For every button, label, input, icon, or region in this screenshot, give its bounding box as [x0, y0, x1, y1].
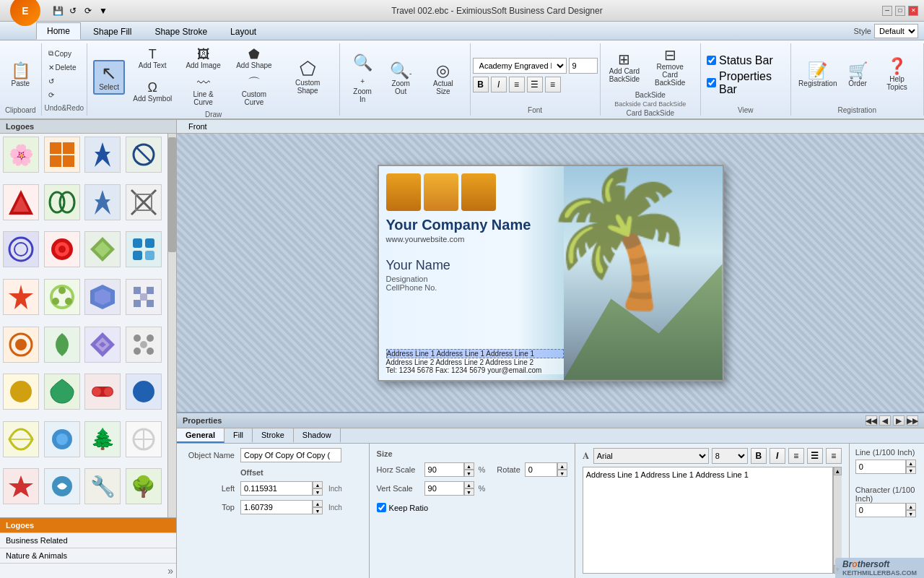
list-item[interactable] — [3, 468, 39, 504]
list-item[interactable] — [126, 279, 162, 315]
font-name-dropdown[interactable]: Academy Engraved Le — [473, 58, 567, 74]
prop-align-left-btn[interactable]: ≡ — [788, 448, 804, 464]
prop-tab-fill[interactable]: Fill — [225, 428, 253, 443]
list-item[interactable] — [44, 421, 80, 457]
list-item[interactable] — [44, 184, 80, 220]
registration-button[interactable]: 📝 Registration — [797, 60, 840, 90]
list-item[interactable] — [126, 327, 162, 363]
line-up-btn[interactable]: ▲ — [906, 460, 916, 467]
order-button[interactable]: 🛒 Order — [843, 60, 872, 90]
properties-bar-check[interactable]: Properties Bar — [707, 70, 784, 96]
rotate-up-btn[interactable]: ▲ — [557, 462, 567, 470]
prop-font-size-dropdown[interactable]: 8 — [712, 448, 748, 464]
tab-home[interactable]: Home — [36, 22, 81, 40]
list-item[interactable] — [84, 279, 121, 315]
list-item[interactable] — [126, 184, 162, 220]
list-item[interactable] — [126, 137, 162, 173]
list-item[interactable] — [44, 279, 80, 315]
char-spacing-input[interactable] — [855, 503, 906, 517]
list-item[interactable] — [84, 231, 121, 267]
left-up-btn[interactable]: ▲ — [313, 481, 323, 488]
prop-nav-first[interactable]: ◀◀ — [866, 415, 877, 426]
char-up-btn[interactable]: ▲ — [906, 503, 916, 510]
prop-text-area[interactable] — [583, 467, 833, 574]
list-item[interactable]: 🌲 — [84, 421, 121, 457]
prop-nav-prev[interactable]: ◀ — [879, 415, 891, 426]
prop-nav-last[interactable]: ▶▶ — [907, 415, 918, 426]
list-item[interactable] — [84, 137, 121, 173]
prop-bold-btn[interactable]: B — [751, 448, 767, 464]
add-symbol-button[interactable]: Ω Add Symbol — [128, 74, 177, 109]
list-item[interactable] — [44, 468, 80, 504]
list-item[interactable]: 🌳 — [126, 468, 162, 504]
card-website[interactable]: www.yourwebsite.com — [386, 235, 564, 243]
rotate-input[interactable] — [525, 462, 557, 477]
list-item[interactable] — [3, 327, 39, 363]
card-address-line2[interactable]: Address Line 2 Address Line 2 Address Li… — [386, 358, 564, 366]
zoom-in-button[interactable]: 🔍+ Zoom In — [346, 52, 379, 106]
align-center-button[interactable]: ☰ — [527, 77, 543, 92]
dropdown-qa-btn[interactable]: ▼ — [97, 4, 110, 17]
list-item[interactable] — [44, 374, 80, 410]
list-item[interactable] — [44, 327, 80, 363]
rotate-down-btn[interactable]: ▼ — [557, 470, 567, 477]
horz-down-btn[interactable]: ▼ — [464, 470, 474, 477]
add-text-button[interactable]: T Add Text — [128, 45, 177, 72]
align-left-button[interactable]: ≡ — [509, 77, 525, 92]
font-italic-button[interactable]: I — [491, 77, 507, 92]
char-down-btn[interactable]: ▼ — [906, 510, 916, 517]
top-up-btn[interactable]: ▲ — [313, 500, 323, 507]
list-item[interactable] — [126, 421, 162, 457]
custom-shape-button[interactable]: ⬠ Custom Shape — [282, 56, 334, 98]
canvas-wrapper[interactable]: 🌴 Your Company Name www.yourwebsite.com … — [177, 134, 924, 412]
add-image-button[interactable]: 🖼 Add Image — [178, 45, 227, 72]
list-item[interactable] — [44, 137, 80, 173]
scroll-up-btn[interactable]: ▲ — [834, 467, 842, 475]
offset-top-input[interactable] — [240, 500, 313, 514]
horz-scale-input[interactable] — [424, 462, 464, 477]
business-card[interactable]: 🌴 Your Company Name www.yourwebsite.com … — [378, 165, 724, 381]
vert-down-btn[interactable]: ▼ — [464, 488, 474, 496]
maximize-button[interactable]: □ — [895, 6, 905, 16]
font-bold-button[interactable]: B — [473, 77, 489, 92]
prop-nav-next[interactable]: ▶ — [893, 415, 905, 426]
category-business[interactable]: Business Related — [0, 533, 176, 548]
prop-tab-shadow[interactable]: Shadow — [294, 428, 341, 443]
tab-shape-stroke[interactable]: Shape Stroke — [144, 23, 218, 40]
card-contact[interactable]: Tel: 1234 5678 Fax: 1234 5679 your@email… — [386, 366, 564, 374]
prop-align-center-btn[interactable]: ☰ — [807, 448, 823, 464]
status-bar-check[interactable]: Status Bar — [707, 54, 773, 67]
list-item[interactable] — [3, 374, 39, 410]
left-down-btn[interactable]: ▼ — [313, 488, 323, 496]
select-button[interactable]: ↖ Select — [93, 60, 125, 95]
keep-ratio-checkbox[interactable] — [377, 503, 386, 512]
line-spacing-input[interactable] — [855, 460, 906, 474]
horz-up-btn[interactable]: ▲ — [464, 462, 474, 470]
prop-font-dropdown[interactable]: Arial — [593, 448, 709, 464]
object-name-input[interactable] — [240, 448, 341, 462]
prop-tab-stroke[interactable]: Stroke — [253, 428, 294, 443]
keep-ratio-check[interactable]: Keep Ratio — [377, 503, 567, 512]
card-designation[interactable]: Designation — [386, 275, 564, 283]
redo-qa-btn[interactable]: ⟳ — [82, 4, 95, 17]
list-item[interactable] — [126, 231, 162, 267]
offset-left-input[interactable] — [240, 481, 313, 496]
list-item[interactable] — [84, 184, 121, 220]
logo-scrollbar[interactable] — [167, 134, 176, 517]
category-nature[interactable]: Nature & Animals — [0, 548, 176, 564]
properties-bar-checkbox[interactable] — [707, 78, 716, 87]
list-item[interactable] — [84, 374, 121, 410]
style-dropdown[interactable]: Default — [874, 24, 918, 38]
line-curve-button[interactable]: 〰 Line & Curve — [178, 74, 227, 109]
align-right-button[interactable]: ≡ — [545, 77, 561, 92]
custom-curve-button[interactable]: ⌒ Custom Curve — [230, 74, 279, 109]
add-shape-button[interactable]: ⬟ Add Shape — [230, 45, 279, 72]
list-item[interactable] — [3, 184, 39, 220]
list-item[interactable]: 🔧 — [84, 468, 121, 504]
delete-button[interactable]: ✕ Delete — [45, 61, 84, 74]
status-bar-checkbox[interactable] — [707, 56, 716, 65]
close-button[interactable]: ✕ — [908, 6, 918, 16]
list-item[interactable] — [84, 327, 121, 363]
list-item[interactable]: 🌸 — [3, 137, 39, 173]
undo-button[interactable]: ↺ — [45, 75, 84, 87]
